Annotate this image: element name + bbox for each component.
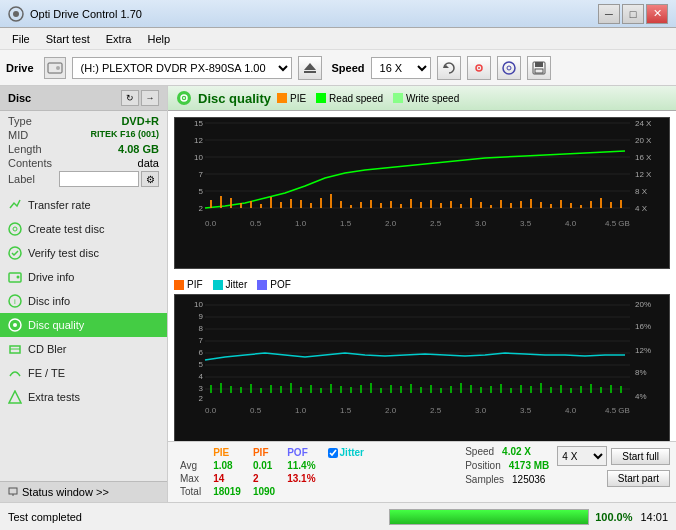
extra-tests-icon xyxy=(8,390,22,404)
nav-disc-quality[interactable]: Disc quality xyxy=(0,313,167,337)
time-text: 14:01 xyxy=(640,511,668,523)
svg-text:8 X: 8 X xyxy=(635,187,648,196)
length-label: Length xyxy=(8,143,42,155)
jitter-checkbox[interactable] xyxy=(328,448,338,458)
eject-button[interactable] xyxy=(298,56,322,80)
drive-label: Drive xyxy=(6,62,34,74)
read-speed-legend-dot xyxy=(316,93,326,103)
svg-rect-136 xyxy=(340,386,342,393)
menu-start-test[interactable]: Start test xyxy=(38,31,98,47)
monitor-icon xyxy=(8,487,18,497)
refresh-button[interactable] xyxy=(437,56,461,80)
svg-text:2.5: 2.5 xyxy=(430,406,442,415)
svg-text:1.0: 1.0 xyxy=(295,219,307,228)
svg-text:15: 15 xyxy=(194,119,203,128)
svg-rect-145 xyxy=(430,385,432,393)
settings-button[interactable] xyxy=(467,56,491,80)
svg-rect-79 xyxy=(510,203,512,208)
disc-button[interactable] xyxy=(497,56,521,80)
svg-rect-142 xyxy=(400,386,402,393)
svg-text:1.5: 1.5 xyxy=(340,219,352,228)
right-stats: Speed 4.02 X Position 4173 MB Samples 12… xyxy=(465,446,553,498)
maximize-button[interactable]: □ xyxy=(622,4,644,24)
svg-text:20%: 20% xyxy=(635,300,651,309)
status-window-button[interactable]: Status window >> xyxy=(0,481,167,502)
nav-verify-test-disc[interactable]: Verify test disc xyxy=(0,241,167,265)
svg-rect-160 xyxy=(580,386,582,393)
disc-arrow-btn[interactable]: → xyxy=(141,90,159,106)
disc-quality-icon xyxy=(8,318,22,332)
label-btn[interactable]: ⚙ xyxy=(141,171,159,187)
mid-label: MID xyxy=(8,129,28,141)
start-part-button[interactable]: Start part xyxy=(607,470,670,487)
total-pof xyxy=(281,485,321,498)
top-chart: 15 12 10 7 5 2 24 X 20 X 16 X 12 X 8 X 4… xyxy=(174,117,670,269)
svg-rect-82 xyxy=(540,202,542,208)
svg-text:4%: 4% xyxy=(635,392,647,401)
svg-rect-83 xyxy=(550,204,552,208)
pif-col-header: PIF xyxy=(247,446,281,459)
avg-row: Avg 1.08 0.01 11.4% xyxy=(174,459,370,472)
pof-dot xyxy=(257,280,267,290)
nav-disc-info[interactable]: i Disc info xyxy=(0,289,167,313)
pie-legend-dot xyxy=(277,93,287,103)
svg-rect-50 xyxy=(220,196,222,208)
svg-rect-139 xyxy=(370,383,372,393)
menu-extra[interactable]: Extra xyxy=(98,31,140,47)
svg-marker-4 xyxy=(304,63,316,70)
nav-cd-bler[interactable]: CD Bler xyxy=(0,337,167,361)
disc-refresh-btn[interactable]: ↻ xyxy=(121,90,139,106)
contents-value: data xyxy=(138,157,159,169)
start-full-button[interactable]: Start full xyxy=(611,448,670,465)
menu-file[interactable]: File xyxy=(4,31,38,47)
speed-select[interactable]: 16 X xyxy=(371,57,431,79)
svg-rect-135 xyxy=(330,384,332,393)
svg-point-18 xyxy=(17,276,20,279)
nav-extra-tests[interactable]: Extra tests xyxy=(0,385,167,409)
svg-text:10: 10 xyxy=(194,153,203,162)
svg-rect-51 xyxy=(230,198,232,208)
svg-rect-73 xyxy=(450,201,452,208)
svg-text:2.5: 2.5 xyxy=(430,219,442,228)
svg-text:4 X: 4 X xyxy=(635,204,648,213)
svg-rect-66 xyxy=(380,203,382,208)
status-bar: Test completed 100.0% 14:01 xyxy=(0,502,676,530)
nav-fe-te[interactable]: FE / TE xyxy=(0,361,167,385)
svg-point-1 xyxy=(13,11,19,17)
svg-rect-77 xyxy=(490,205,492,208)
svg-point-3 xyxy=(56,66,60,70)
charts-wrapper: 15 12 10 7 5 2 24 X 20 X 16 X 12 X 8 X 4… xyxy=(168,111,676,441)
nav-transfer-rate[interactable]: Transfer rate xyxy=(0,193,167,217)
svg-rect-162 xyxy=(600,387,602,393)
svg-rect-52 xyxy=(240,203,242,208)
svg-rect-149 xyxy=(470,385,472,393)
svg-rect-133 xyxy=(310,385,312,393)
top-chart-section: 15 12 10 7 5 2 24 X 20 X 16 X 12 X 8 X 4… xyxy=(174,117,670,269)
svg-text:4.5 GB: 4.5 GB xyxy=(605,219,630,228)
menu-help[interactable]: Help xyxy=(139,31,178,47)
svg-text:2: 2 xyxy=(199,204,204,213)
svg-rect-84 xyxy=(560,200,562,208)
transfer-rate-icon xyxy=(8,198,22,212)
svg-rect-147 xyxy=(450,386,452,393)
read-speed-legend-label: Read speed xyxy=(329,93,383,104)
bottom-chart: 10 9 8 7 6 5 4 3 2 20% 16% 12% 8% 4% xyxy=(174,294,670,441)
svg-rect-143 xyxy=(410,384,412,393)
sidebar-nav: Transfer rate Create test disc Verify te… xyxy=(0,193,167,481)
samples-label: Samples xyxy=(465,474,504,485)
close-button[interactable]: ✕ xyxy=(646,4,668,24)
svg-rect-74 xyxy=(460,204,462,208)
label-input[interactable] xyxy=(59,171,139,187)
svg-text:1.0: 1.0 xyxy=(295,406,307,415)
nav-create-test-disc[interactable]: Create test disc xyxy=(0,217,167,241)
nav-drive-info[interactable]: Drive info xyxy=(0,265,167,289)
svg-rect-153 xyxy=(510,388,512,393)
minimize-button[interactable]: ─ xyxy=(598,4,620,24)
save-button[interactable] xyxy=(527,56,551,80)
svg-text:8%: 8% xyxy=(635,368,647,377)
speed-dropdown[interactable]: 4 X8 X16 X xyxy=(557,446,607,466)
bottom-chart-section: 10 9 8 7 6 5 4 3 2 20% 16% 12% 8% 4% xyxy=(174,294,670,441)
svg-rect-85 xyxy=(570,203,572,208)
drive-select[interactable]: (H:) PLEXTOR DVDR PX-890SA 1.00 xyxy=(72,57,292,79)
svg-rect-70 xyxy=(420,202,422,208)
